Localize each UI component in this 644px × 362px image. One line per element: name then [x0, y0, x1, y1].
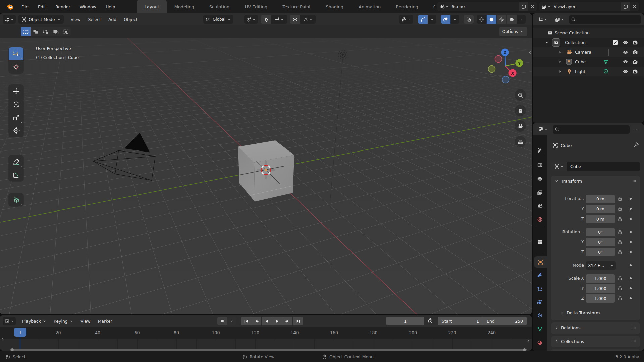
scrollbar-right-knob[interactable] [523, 348, 526, 351]
visibility-dropdown[interactable] [399, 15, 413, 24]
properties-tab-scene[interactable] [533, 200, 547, 212]
transform-value-field[interactable]: 0° [586, 238, 615, 246]
workspace-tab[interactable]: Animation [351, 0, 388, 13]
transform-value-field[interactable]: 0° [586, 228, 615, 236]
outliner-row[interactable]: Collection [533, 38, 644, 47]
viewlayer-remove-button[interactable] [630, 2, 639, 11]
show-gizmo-toggle[interactable] [418, 15, 428, 24]
topbar-menu[interactable]: Window [75, 0, 101, 13]
disable-render-toggle[interactable] [632, 59, 638, 65]
zoom-button[interactable] [515, 89, 526, 101]
lock-icon[interactable] [617, 276, 623, 281]
properties-tab-modifiers[interactable] [533, 270, 547, 281]
workspace-tab[interactable]: Rendering [388, 0, 426, 13]
scrollbar-left-knob[interactable] [11, 348, 14, 351]
viewport-menu[interactable]: Select [84, 13, 105, 25]
play-button[interactable] [272, 317, 282, 325]
toolbar-move[interactable] [9, 85, 23, 98]
pan-button[interactable] [515, 105, 526, 116]
properties-editor-type[interactable] [535, 125, 551, 134]
play-reverse-button[interactable] [262, 317, 272, 325]
transform-value-field[interactable]: 1.000 [586, 284, 615, 293]
outliner-row[interactable]: Cube [533, 57, 644, 67]
rotation-mode-dropdown[interactable]: XYZ E... [586, 261, 616, 270]
animate-dot[interactable] [628, 249, 633, 255]
workspace-tab[interactable]: Shading [318, 0, 351, 13]
timeline-track-area[interactable] [0, 339, 532, 349]
timeline-menu[interactable]: Marker [94, 315, 116, 327]
transform-value-field[interactable]: 1.000 [586, 294, 615, 303]
previous-keyframe-button[interactable] [251, 317, 261, 325]
outliner-row[interactable]: Scene Collection [533, 28, 644, 38]
mode-selector[interactable]: Object Mode [18, 15, 64, 24]
outliner-item-label[interactable]: Camera [575, 50, 591, 55]
timeline-menu[interactable]: View [77, 315, 94, 327]
outliner-item-label[interactable]: Cube [575, 59, 586, 64]
lock-icon[interactable] [617, 296, 623, 301]
viewlayer-browse-button[interactable] [539, 4, 552, 9]
workspace-tab[interactable]: Compositing [426, 0, 435, 13]
viewlayer-add-button[interactable] [621, 2, 630, 11]
shading-solid[interactable] [487, 15, 496, 24]
transform-value-field[interactable]: 0 m [586, 205, 615, 213]
timeline-collapse-arrow[interactable] [526, 339, 530, 343]
topbar-menu[interactable]: Edit [33, 0, 51, 13]
timeline-editor-type[interactable] [3, 317, 16, 325]
outliner-expand-toggle[interactable] [558, 60, 562, 64]
timeline-menu[interactable]: Playback [18, 315, 50, 327]
breadcrumb-object-name[interactable]: Cube [561, 143, 572, 148]
overlays-settings[interactable] [451, 15, 459, 24]
animate-dot[interactable] [628, 216, 633, 222]
lock-icon[interactable] [617, 196, 623, 201]
lock-icon[interactable] [617, 229, 623, 235]
topbar-menu[interactable]: Render [51, 0, 75, 13]
outliner-item-label[interactable]: Collection [565, 40, 586, 45]
properties-tab-particles[interactable] [533, 283, 547, 295]
end-frame-field[interactable]: End 250 [483, 317, 527, 325]
properties-filter-button[interactable] [632, 125, 641, 134]
disable-render-toggle[interactable] [632, 69, 638, 74]
lock-icon[interactable] [617, 206, 623, 212]
outliner-item-label[interactable]: Scene Collection [555, 30, 590, 35]
collection-exclude-checkbox[interactable] [612, 40, 618, 45]
shading-rendered[interactable] [507, 15, 517, 24]
animate-dot[interactable] [628, 263, 633, 268]
workspace-tab[interactable]: Sculpting [202, 0, 237, 13]
relations-panel-header[interactable]: Relations [551, 322, 640, 333]
animate-dot[interactable] [628, 206, 633, 212]
properties-tab-world[interactable] [533, 214, 547, 225]
start-frame-field[interactable]: Start 1 [438, 317, 483, 325]
hide-viewport-toggle[interactable] [623, 49, 628, 55]
properties-tab-output[interactable] [533, 173, 547, 185]
jump-to-end-button[interactable] [293, 317, 303, 325]
properties-tab-collection[interactable] [533, 236, 547, 248]
proportional-falloff[interactable] [300, 15, 316, 24]
toolbar-transform[interactable] [9, 124, 23, 137]
auto-keying-toggle[interactable] [217, 317, 227, 325]
shading-material[interactable] [497, 15, 506, 24]
disable-render-toggle[interactable] [632, 40, 638, 45]
current-frame-field[interactable]: 1 [386, 317, 424, 325]
options-button[interactable]: Options [499, 27, 527, 36]
navigation-gizmo[interactable]: Z Y X [487, 48, 524, 84]
outliner-expand-toggle[interactable] [545, 40, 549, 45]
timeline-menu[interactable]: Keying [50, 315, 77, 327]
outliner-item-label[interactable]: Light [575, 69, 585, 74]
animate-dot[interactable] [628, 239, 633, 245]
properties-tab-tool[interactable] [533, 144, 547, 156]
outliner-filter-button[interactable] [552, 15, 567, 24]
transform-value-field[interactable]: 0 m [586, 195, 615, 203]
lock-icon[interactable] [617, 216, 623, 222]
scene-duplicate-button[interactable] [519, 2, 528, 11]
outliner-expand-toggle[interactable] [558, 50, 562, 54]
properties-tab-render[interactable] [533, 159, 547, 171]
lock-icon[interactable] [617, 239, 623, 245]
pivot-point-button[interactable] [244, 15, 258, 24]
lock-icon[interactable] [617, 286, 623, 291]
editor-type-button[interactable] [3, 15, 16, 24]
hide-viewport-toggle[interactable] [623, 59, 628, 65]
scene-name[interactable]: Scene [450, 4, 519, 9]
select-mode-extend[interactable] [31, 27, 41, 36]
transform-value-field[interactable]: 1.000 [586, 274, 615, 283]
object-id-icon-button[interactable] [551, 162, 567, 171]
